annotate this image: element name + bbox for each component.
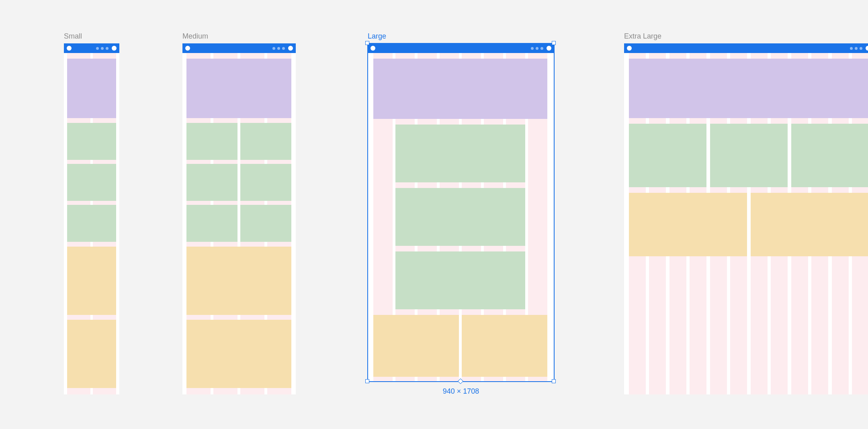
feature-block[interactable]	[186, 164, 237, 201]
window-control-icon	[185, 46, 190, 51]
block-row	[624, 193, 868, 256]
toolbar-dots-icon	[96, 47, 108, 50]
window-control-icon	[627, 46, 632, 51]
content-block[interactable]	[751, 193, 868, 256]
content-block[interactable]	[373, 315, 459, 377]
feature-block[interactable]	[629, 124, 706, 187]
toolbar-right	[531, 46, 551, 51]
window-control-icon	[371, 46, 375, 51]
hero-block[interactable]	[373, 59, 547, 119]
block-row	[182, 59, 296, 118]
feature-block[interactable]	[395, 125, 525, 182]
content-block[interactable]	[186, 247, 291, 315]
block-row	[368, 315, 554, 377]
content-block[interactable]	[462, 315, 547, 377]
feature-block[interactable]	[67, 164, 116, 201]
toolbar-right	[96, 46, 117, 51]
frame-wrap-xlarge: Extra Large	[624, 43, 868, 394]
feature-block[interactable]	[186, 205, 237, 242]
window-control-icon	[866, 46, 868, 51]
block-row	[64, 247, 119, 315]
content-block[interactable]	[67, 247, 116, 315]
feature-block[interactable]	[240, 123, 291, 160]
toolbar-right	[272, 46, 293, 51]
block-row	[64, 320, 119, 388]
block-row	[182, 247, 296, 315]
layout-blocks	[182, 59, 296, 388]
block-row	[368, 125, 554, 182]
block-row	[624, 59, 868, 118]
content-block[interactable]	[67, 320, 116, 388]
layout-blocks	[624, 59, 868, 256]
window-toolbar	[182, 43, 296, 53]
block-row	[64, 59, 119, 118]
block-row	[64, 123, 119, 160]
design-canvas[interactable]: Small	[0, 0, 868, 429]
resize-handle-nw[interactable]	[365, 41, 369, 45]
frame-xlarge[interactable]	[624, 43, 868, 394]
block-row	[368, 251, 554, 309]
block-row	[368, 188, 554, 246]
layout-blocks	[64, 59, 119, 388]
block-row	[182, 123, 296, 160]
feature-block[interactable]	[240, 164, 291, 201]
feature-block[interactable]	[791, 124, 868, 187]
frame-large[interactable]	[368, 43, 554, 382]
window-toolbar	[64, 43, 119, 53]
toolbar-left	[185, 46, 190, 51]
feature-block[interactable]	[710, 124, 788, 187]
toolbar-dots-icon	[272, 47, 285, 50]
block-row	[368, 59, 554, 119]
block-row	[182, 164, 296, 201]
hero-block[interactable]	[629, 59, 868, 118]
window-toolbar	[368, 43, 554, 53]
window-control-icon	[67, 46, 72, 51]
frame-medium[interactable]	[182, 43, 296, 394]
feature-block[interactable]	[67, 123, 116, 160]
block-row	[182, 320, 296, 388]
frame-wrap-medium: Medium	[182, 43, 296, 394]
layout-blocks	[368, 59, 554, 377]
block-row	[64, 205, 119, 242]
frame-label-medium[interactable]: Medium	[182, 32, 208, 40]
window-control-icon	[112, 46, 117, 51]
window-control-icon	[288, 46, 293, 51]
block-row	[64, 164, 119, 201]
feature-block[interactable]	[240, 205, 291, 242]
toolbar-left	[627, 46, 632, 51]
frame-label-small[interactable]: Small	[64, 32, 82, 40]
resize-handle-sw[interactable]	[365, 379, 369, 383]
frame-label-xlarge[interactable]: Extra Large	[624, 32, 661, 40]
feature-block[interactable]	[67, 205, 116, 242]
toolbar-dots-icon	[531, 47, 543, 50]
hero-block[interactable]	[67, 59, 116, 118]
content-block[interactable]	[186, 320, 291, 388]
window-control-icon	[547, 46, 551, 51]
block-row	[624, 124, 868, 187]
content-block[interactable]	[629, 193, 747, 256]
frame-label-large[interactable]: Large	[368, 32, 386, 40]
block-row	[182, 205, 296, 242]
feature-block[interactable]	[395, 251, 525, 309]
hero-block[interactable]	[186, 59, 291, 118]
resize-handle-ne[interactable]	[552, 41, 556, 45]
feature-block[interactable]	[186, 123, 237, 160]
frame-small[interactable]	[64, 43, 119, 394]
feature-block[interactable]	[395, 188, 525, 246]
selection-dimensions: 940 × 1708	[368, 387, 554, 396]
resize-handle-se[interactable]	[552, 379, 556, 383]
toolbar-left	[67, 46, 72, 51]
frame-wrap-large: Large	[368, 43, 554, 382]
toolbar-dots-icon	[850, 47, 862, 50]
toolbar-right	[850, 46, 868, 51]
frame-wrap-small: Small	[64, 43, 119, 394]
window-toolbar	[624, 43, 868, 53]
toolbar-left	[371, 46, 375, 51]
